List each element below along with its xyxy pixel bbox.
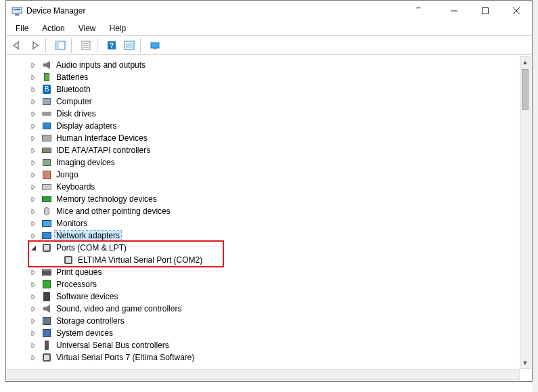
chevron-right-icon[interactable] <box>29 122 37 130</box>
chevron-right-icon[interactable] <box>29 292 37 301</box>
net-icon <box>41 230 52 241</box>
tree-item[interactable]: Display adapters <box>13 120 520 132</box>
scan-hardware-button[interactable] <box>121 38 137 53</box>
tree-child-item[interactable]: ELTIMA Virtual Serial Port (COM2) <box>13 254 520 266</box>
chevron-right-icon[interactable] <box>29 85 37 93</box>
content-area: Audio inputs and outputsBatteriesBBlueto… <box>6 55 532 381</box>
toolbar-separator <box>140 38 144 53</box>
chevron-right-icon[interactable] <box>29 219 37 227</box>
minimize-button[interactable] <box>439 1 470 21</box>
chevron-right-icon[interactable] <box>29 341 37 349</box>
chevron-down-icon[interactable] <box>29 244 37 252</box>
tree-item-label: Ports (COM & LPT) <box>55 243 128 253</box>
chevron-right-icon[interactable] <box>29 73 37 81</box>
menu-help[interactable]: Help <box>104 22 132 35</box>
show-hidden-devices-button[interactable] <box>147 38 163 53</box>
tree-item[interactable]: Network adapters <box>13 230 520 242</box>
chevron-right-icon[interactable] <box>29 97 37 106</box>
tree-item[interactable]: Sound, video and game controllers <box>13 303 520 315</box>
tree-item[interactable]: IDE ATA/ATAPI controllers <box>13 144 520 156</box>
chevron-right-icon[interactable] <box>29 183 37 191</box>
ide-icon <box>41 145 52 156</box>
mouse-icon <box>41 206 52 217</box>
tree-item-label: Processors <box>55 280 98 289</box>
tree-item[interactable]: Mice and other pointing devices <box>13 205 520 217</box>
usb-icon <box>41 340 52 351</box>
chevron-right-icon[interactable] <box>29 207 37 215</box>
svg-rect-9 <box>55 41 59 49</box>
tree-item[interactable]: Software devices <box>13 290 520 303</box>
scroll-thumb[interactable] <box>522 69 529 110</box>
device-tree[interactable]: Audio inputs and outputsBatteriesBBlueto… <box>13 59 520 369</box>
forward-button[interactable] <box>26 38 43 53</box>
tree-item[interactable]: System devices <box>13 327 520 339</box>
tree-item-label: Print queues <box>55 267 103 277</box>
chevron-right-icon[interactable] <box>29 353 37 362</box>
menu-view[interactable]: View <box>73 22 102 35</box>
scroll-up-arrow-icon[interactable]: ▲ <box>520 57 530 68</box>
bt-icon: B <box>41 84 52 95</box>
chevron-right-icon[interactable] <box>29 158 37 167</box>
tree-item[interactable]: Human Interface Devices <box>13 132 520 144</box>
port-icon <box>41 352 52 363</box>
tree-item[interactable]: Computer <box>13 95 520 108</box>
tree-item[interactable]: Universal Serial Bus controllers <box>13 339 520 351</box>
chevron-right-icon[interactable] <box>29 268 37 276</box>
chevron-right-icon[interactable] <box>29 61 37 69</box>
chevron-right-icon[interactable] <box>29 280 37 288</box>
tree-item[interactable]: BBluetooth <box>13 83 520 95</box>
help-button[interactable]: ? <box>104 38 120 53</box>
tree-item-label: Keyboards <box>55 182 96 192</box>
scroll-down-arrow-icon[interactable]: ▼ <box>520 357 530 368</box>
tree-item[interactable]: Audio inputs and outputs <box>13 59 520 71</box>
tree-item[interactable]: Imaging devices <box>13 156 520 169</box>
tree-item-label: Network adapters <box>55 231 121 240</box>
vertical-scrollbar[interactable]: ▲ ▼ <box>520 56 531 369</box>
chevron-right-icon[interactable] <box>29 329 37 337</box>
tree-item[interactable]: Processors <box>13 278 520 290</box>
chevron-right-icon[interactable] <box>29 110 37 118</box>
menu-bar: File Action View Help <box>6 21 532 36</box>
chevron-right-icon[interactable] <box>29 134 37 142</box>
cpu-icon <box>41 279 52 290</box>
tree-item[interactable]: Monitors <box>13 217 520 230</box>
tree-item[interactable]: Memory technology devices <box>13 193 520 205</box>
toolbar: ? <box>6 36 532 55</box>
svg-rect-1 <box>15 14 19 16</box>
batt-icon <box>41 72 52 83</box>
back-button[interactable] <box>9 38 25 53</box>
maximize-button[interactable] <box>470 1 501 21</box>
horizontal-scrollbar[interactable] <box>7 369 520 380</box>
resize-horizontal-icon: ↔ <box>415 3 422 12</box>
tree-item[interactable]: Print queues <box>13 266 520 278</box>
tree-item-label: Jungo <box>55 170 80 179</box>
chevron-right-icon[interactable] <box>29 146 37 154</box>
toolbar-separator <box>97 38 101 53</box>
svg-rect-2 <box>14 9 16 10</box>
tree-item[interactable]: Storage controllers <box>13 315 520 327</box>
jungo-icon <box>41 169 52 180</box>
port-icon <box>41 242 52 253</box>
close-button[interactable] <box>501 1 532 21</box>
chevron-right-icon[interactable] <box>29 195 37 203</box>
tree-item[interactable]: Virtual Serial Ports 7 (Eltima Software) <box>13 351 520 364</box>
properties-button[interactable] <box>78 38 94 53</box>
background-desktop <box>533 0 538 392</box>
show-hide-console-tree-button[interactable] <box>52 38 68 53</box>
toolbar-separator <box>45 38 49 53</box>
tree-item-label: Imaging devices <box>55 158 116 167</box>
chevron-right-icon[interactable] <box>29 171 37 179</box>
tree-item[interactable]: Ports (COM & LPT) <box>13 242 520 254</box>
menu-action[interactable]: Action <box>37 22 70 35</box>
menu-file[interactable]: File <box>10 22 34 35</box>
tree-item[interactable]: Batteries <box>13 71 520 83</box>
chevron-right-icon[interactable] <box>29 305 37 313</box>
tree-item-label: Universal Serial Bus controllers <box>55 341 171 350</box>
tree-item[interactable]: Keyboards <box>13 181 520 193</box>
tree-item[interactable]: Jungo <box>13 169 520 181</box>
chevron-right-icon[interactable] <box>29 317 37 325</box>
tree-item-label: Disk drives <box>55 109 97 118</box>
chevron-right-icon[interactable] <box>29 232 37 240</box>
title-bar[interactable]: Device Manager <box>6 1 532 21</box>
tree-item[interactable]: Disk drives <box>13 108 520 120</box>
